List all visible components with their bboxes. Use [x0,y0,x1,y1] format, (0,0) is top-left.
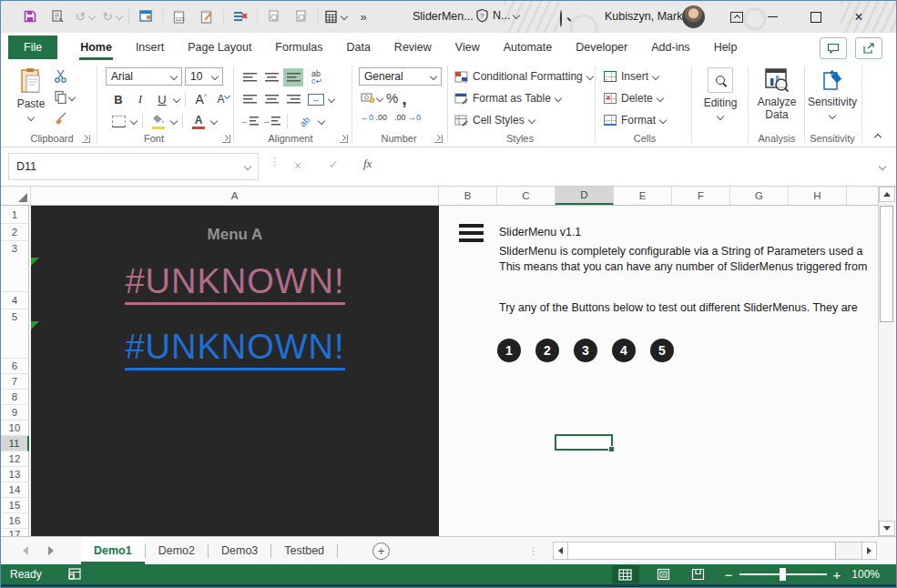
editing-group-button[interactable]: Editing [696,67,745,122]
row-header-4[interactable]: 4 [1,292,29,309]
column-header-H[interactable]: H [789,187,847,205]
comma-style-button[interactable]: , [402,94,407,103]
insert-function-button[interactable]: fx [363,157,372,171]
column-header-F[interactable]: F [672,187,730,205]
horizontal-scroll-thumb[interactable] [568,542,836,559]
close-button[interactable]: × [843,1,874,33]
tab-insert[interactable]: Insert [124,33,176,62]
tab-addins[interactable]: Add-ins [639,33,701,62]
row-header-11[interactable]: 11 [1,436,29,451]
dark-menu-canvas[interactable]: Menu A #UNKNOWN! #UNKNOWN! [31,206,439,536]
column-header-C[interactable]: C [497,187,556,205]
column-header-B[interactable]: B [439,187,497,205]
sheet-nav-next[interactable] [48,546,54,555]
cell-styles-button[interactable]: Cell Styles [454,110,593,130]
column-header-A[interactable]: A [31,187,439,205]
tab-automate[interactable]: Automate [492,33,565,62]
page-break-view-button[interactable] [685,565,712,583]
paste-formatting-button[interactable] [196,6,218,26]
tab-developer[interactable]: Developer [564,33,639,62]
macro-record-icon[interactable] [67,568,82,581]
slider-menu-button-1[interactable]: 1 [497,339,521,362]
tab-file[interactable]: File [8,35,57,59]
qat-more-commands[interactable]: » [352,6,374,26]
row-header-17[interactable]: 17 [1,529,29,536]
font-size-select[interactable]: 10 [185,67,223,86]
alignment-dialog-launcher[interactable] [340,135,348,143]
tab-review[interactable]: Review [382,33,443,62]
normal-view-button[interactable] [612,565,639,583]
sensitivity-button[interactable]: Sensitivity [806,67,859,121]
enter-check-icon[interactable]: ✓ [329,157,339,171]
scroll-up-button[interactable] [879,187,895,202]
row-header-12[interactable]: 12 [1,451,29,467]
scroll-left-button[interactable] [554,542,568,559]
top-align-button[interactable] [240,68,260,86]
underline-dropdown[interactable] [173,96,180,103]
zoom-level[interactable]: 100% [851,568,880,581]
delete-cells-button[interactable]: × Delete [604,88,666,108]
merge-center-button[interactable]: ↔ [305,90,327,108]
cut-button[interactable] [54,69,67,86]
increase-decimal-button[interactable]: ←0 .00 [361,113,387,122]
expand-formula-bar-button[interactable] [879,163,886,170]
tab-scrollbar-splitter[interactable]: ⋮ [528,548,538,553]
font-color-dropdown[interactable] [210,117,218,125]
row-header-13[interactable]: 13 [1,467,29,482]
row-header-5[interactable]: 5 [1,309,29,359]
vertical-scroll-thumb[interactable] [880,206,893,322]
formula-input[interactable] [391,153,872,180]
sheet-tab-testbed[interactable]: Testbed [271,537,337,564]
row-header-9[interactable]: 9 [1,405,29,421]
ribbon-display-options-button[interactable] [723,1,750,33]
column-header-G[interactable]: G [730,187,789,205]
format-as-table-button[interactable]: Format as Table [454,88,593,108]
row-header-6[interactable]: 6 [1,359,29,374]
middle-align-button[interactable] [261,68,281,86]
page-layout-view-button[interactable] [650,565,678,583]
font-family-select[interactable]: Arial [106,67,182,86]
fill-handle[interactable] [608,446,615,452]
scroll-down-button[interactable] [879,521,895,536]
tab-data[interactable]: Data [334,33,382,62]
font-dialog-launcher[interactable] [222,135,230,143]
user-name[interactable]: Kubiszyn, Mark [605,10,682,23]
orientation-button[interactable]: ab [293,112,317,130]
paste-picture-link-button[interactable] [291,6,312,26]
zoom-slider[interactable] [739,573,827,575]
sheet-white-area[interactable]: SliderMenu v1.1 SliderMenu is completely… [439,206,878,536]
borders-dropdown[interactable] [130,117,138,125]
conditional-formatting-button[interactable]: Conditional Formatting [454,66,593,86]
tab-home[interactable]: Home [68,33,124,62]
row-header-7[interactable]: 7 [1,374,29,390]
format-cells-button[interactable]: Format [604,110,666,130]
paste-values-button[interactable]: 123 [168,6,190,26]
paste-button[interactable]: Paste [12,67,50,123]
number-dialog-launcher[interactable] [434,135,443,143]
sheet-nav-prev[interactable] [23,546,28,555]
horizontal-scrollbar[interactable] [553,542,877,560]
select-all-corner[interactable] [1,187,31,205]
formula-bar-splitter[interactable]: ⋮ [270,158,280,164]
accounting-format-button[interactable] [361,92,382,104]
decrease-indent-button[interactable]: ← [240,112,260,130]
name-box-dropdown[interactable] [244,163,251,170]
tab-page-layout[interactable]: Page Layout [176,33,263,62]
sheet-tab-demo3[interactable]: Demo3 [209,537,270,564]
tab-help[interactable]: Help [702,33,749,62]
number-format-select[interactable]: General [359,67,442,86]
percent-style-button[interactable]: % [386,90,398,106]
save-button[interactable] [19,6,41,26]
zoom-in-button[interactable]: + [833,567,841,583]
name-box[interactable]: D11 [8,153,259,180]
row-header-8[interactable]: 8 [1,390,29,405]
comments-button[interactable] [820,37,847,59]
cancel-icon[interactable]: × [294,158,301,173]
analyze-data-button[interactable]: Analyze Data [751,67,802,121]
decrease-decimal-button[interactable]: .00 →0 [394,113,421,122]
row-header-15[interactable]: 15 [1,498,29,513]
slider-menu-button-5[interactable]: 5 [650,339,674,362]
new-sheet-button[interactable]: + [372,542,390,560]
delete-rows-button[interactable] [229,6,251,26]
bold-button[interactable]: B [108,90,128,108]
